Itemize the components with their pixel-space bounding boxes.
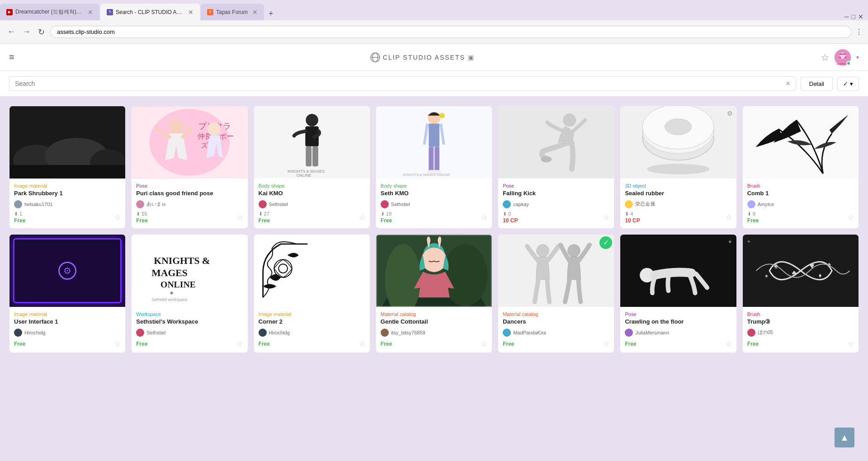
tab-close-tapas[interactable]: ✕ — [252, 9, 258, 16]
asset-title: Sealed rubber — [625, 190, 731, 198]
asset-card-park-shrubbery[interactable]: Image material Park Shrubbery 1 helsaku1… — [9, 106, 126, 229]
tab-csa[interactable]: ✎ Search - CLIP STUDIO ASSETS ✕ — [100, 4, 200, 20]
favorite-button[interactable]: ☆ — [237, 213, 243, 221]
tab-icon-csa: ✎ — [107, 9, 113, 15]
favorite-button[interactable]: ☆ — [114, 339, 121, 348]
svg-text:♦: ♦ — [818, 272, 821, 279]
asset-card-puri-pose[interactable]: プリクラ 仲良しポー ズる Pose Puri class good frien… — [131, 106, 248, 229]
asset-info: Image material Park Shrubbery 1 helsaku1… — [9, 179, 125, 228]
asset-card-user-interface[interactable]: ⚙ Image material User Interface 1 Hiroch… — [9, 234, 126, 353]
svg-point-35 — [563, 114, 576, 127]
asset-info: Brush Trump③ ぼの05 Free ☆ — [743, 307, 859, 353]
favorite-button[interactable]: ☆ — [848, 213, 854, 221]
asset-card-corner2[interactable]: Image material Corner 2 Hirochidg Free ☆ — [254, 234, 370, 353]
download-count: ⬇ 19 — [381, 211, 392, 217]
back-button[interactable]: ← — [5, 25, 17, 38]
scroll-to-top-button[interactable]: ▲ — [835, 428, 854, 447]
svg-point-20 — [306, 114, 318, 127]
thumb-svg: KNIGHTS & MAGES ONLINE — [376, 106, 492, 179]
author-avatar-img — [136, 329, 144, 337]
asset-title: Trump③ — [747, 318, 854, 326]
user-avatar[interactable] — [835, 49, 851, 66]
asset-author: Sethstiel — [259, 200, 365, 208]
asset-card-dancers[interactable]: ✓ — [498, 234, 614, 353]
favorite-button[interactable]: ☆ — [603, 339, 609, 348]
favorite-button[interactable]: ☆ — [848, 339, 854, 348]
asset-footer: ⬇ 9 Free ☆ — [747, 211, 854, 224]
site-title-icon: ▣ — [468, 54, 474, 61]
author-avatar-img — [381, 329, 389, 337]
search-input[interactable] — [15, 80, 786, 87]
forward-button[interactable]: → — [21, 25, 33, 38]
asset-card-kai-kmo[interactable]: KNIGHTS & MAGES ONLINE Body shape Kai KM… — [254, 106, 370, 229]
asset-thumbnail: ✦ ♠ ♣ ♥ ♦ ♠ ♣ — [743, 235, 859, 307]
download-icon: ⬇ — [381, 211, 385, 217]
search-clear-button[interactable]: × — [786, 80, 790, 88]
asset-category: Pose — [136, 183, 243, 188]
favorite-button[interactable]: ☆ — [237, 339, 243, 348]
download-count: ⬇ 1 — [14, 211, 25, 217]
favorite-button[interactable]: ☆ — [114, 213, 121, 221]
author-avatar-img — [14, 200, 22, 208]
tab-close-csa[interactable]: ✕ — [188, 9, 193, 16]
favorite-button[interactable]: ☆ — [726, 213, 732, 221]
download-icon: ⬇ — [14, 211, 18, 217]
favorite-button[interactable]: ☆ — [481, 213, 487, 221]
asset-card-falling-kick[interactable]: Pose Falling Kick capkay ⬇ 0 10 CP — [498, 106, 614, 229]
address-bar: ← → ↻ ⋮ — [0, 20, 868, 44]
search-section: × Detail ✓ ▾ — [0, 71, 868, 97]
asset-info: 3D object Sealed rubber 荣忍金属 ⬇ 4 10 CP — [620, 179, 736, 228]
tab-youtube[interactable]: ▶ Dreamcatcher (드림캐쳐) no ✕ — [0, 4, 99, 20]
asset-card-comb-brush[interactable]: Brush Comb 1 AmyIce ⬇ 9 Free — [742, 106, 859, 229]
asset-title: Falling Kick — [503, 190, 609, 198]
asset-stats: Free — [14, 340, 25, 347]
asset-card-sealed-rubber[interactable]: ⚙ 3D object Sealed rubb — [620, 106, 736, 229]
asset-card-workspace[interactable]: KNIGHTS & MAGES ONLINE Sethstiel workspa… — [131, 234, 248, 353]
tab-tapas[interactable]: T Tapas Forum ✕ — [201, 4, 264, 20]
asset-thumbnail: ⚙ — [620, 106, 736, 179]
thumb-svg — [498, 106, 614, 179]
asset-card-gentle-cottontail[interactable]: Material catalog Gentle Cottontail itsy_… — [376, 234, 492, 353]
tab-title-youtube: Dreamcatcher (드림캐쳐) no — [15, 8, 83, 16]
minimize-button[interactable]: ─ — [844, 13, 849, 20]
address-input[interactable] — [50, 26, 852, 38]
svg-point-14 — [168, 119, 184, 135]
favorites-button[interactable]: ☆ — [821, 52, 829, 63]
online-indicator — [846, 61, 851, 66]
favorite-button[interactable]: ☆ — [603, 213, 609, 221]
svg-point-6 — [844, 56, 846, 58]
asset-footer: ⬇ 1 Free ☆ — [14, 211, 121, 224]
extensions-button[interactable]: ⋮ — [855, 28, 863, 36]
asset-card-crawling[interactable]: ✦ — [620, 234, 736, 353]
maximize-button[interactable]: □ — [852, 13, 855, 20]
asset-price: Free — [136, 341, 147, 347]
author-avatar-img — [747, 329, 755, 337]
favorite-button[interactable]: ☆ — [726, 339, 732, 348]
asset-footer: Free ☆ — [503, 339, 609, 348]
asset-title: Park Shrubbery 1 — [14, 190, 121, 198]
asset-footer: ⬇ 19 Free ☆ — [381, 211, 487, 224]
close-button[interactable]: ✕ — [858, 13, 863, 20]
hamburger-menu-button[interactable]: ≡ — [9, 52, 14, 62]
author-avatar-img — [503, 200, 511, 208]
asset-card-trump-brush[interactable]: ✦ ♠ ♣ ♥ ♦ ♠ ♣ — [742, 234, 859, 353]
favorite-button[interactable]: ☆ — [481, 339, 487, 348]
new-tab-button[interactable]: + — [265, 7, 277, 20]
tab-close-youtube[interactable]: ✕ — [88, 9, 93, 16]
detail-button[interactable]: Detail — [801, 77, 833, 91]
favorite-button[interactable]: ☆ — [359, 213, 365, 221]
favorite-button[interactable]: ☆ — [359, 339, 365, 348]
asset-info: Body shape Seth KMO Sethstiel ⬇ 19 Free — [376, 179, 492, 228]
thumb-svg — [743, 106, 859, 179]
filter-button[interactable]: ✓ ▾ — [837, 77, 859, 91]
asset-card-seth-kmo[interactable]: KNIGHTS & MAGES ONLINE Body shape Seth K… — [376, 106, 492, 229]
asset-author: Hirochidg — [259, 329, 365, 337]
thumb-svg: ♠ ♣ ♥ ♦ ♠ ♣ — [743, 235, 859, 307]
asset-thumbnail: プリクラ 仲良しポー ズる — [132, 106, 247, 179]
avatar-dropdown-icon[interactable]: ▾ — [856, 54, 859, 61]
asset-category: Body shape — [259, 183, 365, 188]
asset-price: Free — [381, 341, 392, 347]
author-avatar-img — [381, 200, 389, 208]
asset-thumbnail: KNIGHTS & MAGES ONLINE Sethstiel workspa… — [132, 235, 247, 307]
refresh-button[interactable]: ↻ — [36, 25, 47, 39]
